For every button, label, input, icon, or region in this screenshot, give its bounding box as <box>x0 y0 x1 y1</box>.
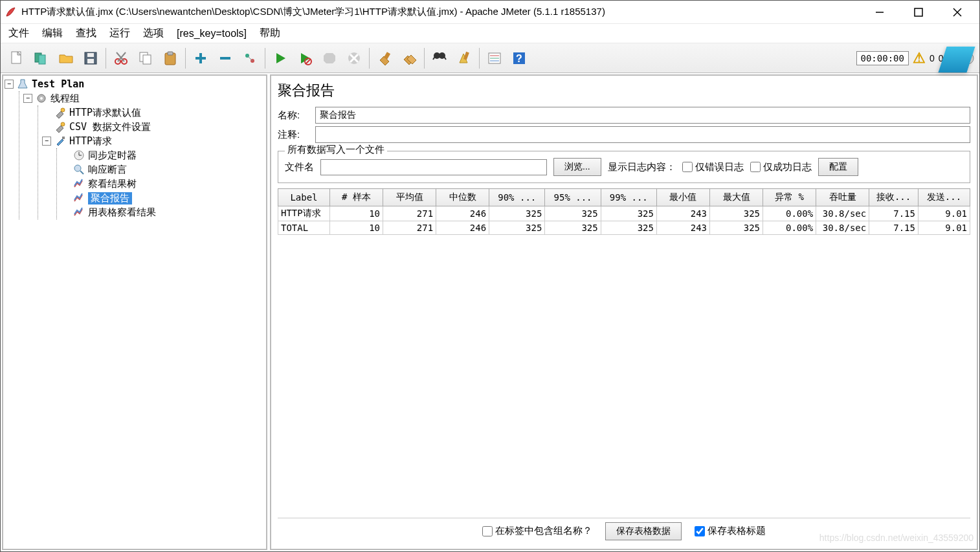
comment-input[interactable] <box>315 126 970 143</box>
include-group-checkbox[interactable]: 在标签中包含组名称？ <box>482 525 592 537</box>
file-legend: 所有数据写入一个文件 <box>285 144 387 156</box>
wrench-icon <box>54 120 67 133</box>
test-plan-tree[interactable]: − Test Plan − 线程组 HTTP请求默认值 <box>2 74 267 550</box>
table-header[interactable]: 90% ... <box>489 189 545 206</box>
function-helper-icon[interactable] <box>484 47 506 69</box>
table-header[interactable]: 99% ... <box>601 189 656 206</box>
tree-http-request[interactable]: −HTTP请求 <box>42 134 265 148</box>
clear-all-icon[interactable] <box>398 47 420 69</box>
templates-icon[interactable] <box>30 47 52 69</box>
svg-point-42 <box>40 97 43 100</box>
menu-run[interactable]: 运行 <box>104 25 135 41</box>
tree-test-plan[interactable]: − Test Plan <box>5 77 265 91</box>
table-header[interactable]: 吞吐量 <box>816 189 869 206</box>
tree-view-results-tree[interactable]: 察看结果树 <box>61 177 265 191</box>
collapse-icon[interactable]: − <box>42 137 51 146</box>
menu-search[interactable]: 查找 <box>71 25 102 41</box>
table-header[interactable]: 发送... <box>918 189 970 206</box>
svg-point-43 <box>61 108 65 112</box>
chart-icon <box>72 177 85 190</box>
table-header[interactable]: # 样本 <box>329 189 383 206</box>
table-header[interactable]: 95% ... <box>545 189 601 206</box>
help-icon[interactable]: ? <box>508 47 530 69</box>
tree-thread-group[interactable]: − 线程组 <box>23 91 265 105</box>
paste-icon[interactable] <box>159 47 181 69</box>
tree-response-assertion[interactable]: 响应断言 <box>61 162 265 177</box>
results-table[interactable]: Label# 样本平均值中位数90% ...95% ...99% ...最小值最… <box>278 188 970 518</box>
reset-search-icon[interactable] <box>453 47 475 69</box>
save-icon[interactable] <box>80 47 102 69</box>
browse-button[interactable]: 浏览... <box>553 158 601 176</box>
tree-table-results[interactable]: 用表格察看结果 <box>61 205 265 219</box>
clock-icon <box>72 149 85 162</box>
tree-http-defaults[interactable]: HTTP请求默认值 <box>42 105 265 120</box>
svg-rect-15 <box>143 55 151 64</box>
file-label: 文件名 <box>285 161 314 173</box>
elapsed-time: 00:00:00 <box>856 51 909 65</box>
table-cell: 325 <box>710 221 763 235</box>
table-header[interactable]: 中位数 <box>436 189 489 206</box>
svg-point-49 <box>74 165 81 171</box>
menu-options[interactable]: 选项 <box>138 25 169 41</box>
collapse-icon[interactable]: − <box>5 80 14 89</box>
beaker-icon <box>16 78 29 91</box>
close-button[interactable] <box>938 1 977 24</box>
table-header[interactable]: 平均值 <box>383 189 436 206</box>
copy-icon[interactable] <box>135 47 157 69</box>
chart-icon <box>72 192 85 204</box>
search-icon[interactable] <box>429 47 451 69</box>
name-input[interactable] <box>315 107 970 124</box>
new-icon[interactable] <box>6 47 28 69</box>
cut-icon[interactable] <box>110 47 132 69</box>
log-content-label: 显示日志内容： <box>608 161 676 173</box>
success-only-checkbox[interactable]: 仅成功日志 <box>750 161 812 173</box>
collapse-icon[interactable] <box>214 47 236 69</box>
clear-icon[interactable] <box>373 47 395 69</box>
menu-file[interactable]: 文件 <box>3 25 34 41</box>
table-row[interactable]: TOTAL102712463253253252433250.00%30.8/se… <box>278 221 970 235</box>
table-header[interactable]: 最大值 <box>710 189 763 206</box>
svg-rect-6 <box>39 55 45 64</box>
save-header-checkbox[interactable]: 保存表格标题 <box>695 525 766 537</box>
warning-count: 0 <box>930 53 935 63</box>
table-cell: 7.15 <box>869 221 919 235</box>
table-cell: 246 <box>436 221 489 235</box>
menu-tools[interactable]: [res_key=tools] <box>172 27 252 41</box>
file-input[interactable] <box>320 159 547 175</box>
open-icon[interactable] <box>55 47 77 69</box>
maximize-button[interactable] <box>899 1 938 24</box>
tree-aggregate-report[interactable]: 聚合报告 <box>61 191 265 205</box>
table-cell: 325 <box>489 206 545 221</box>
table-cell: 10 <box>329 221 383 235</box>
table-header[interactable]: 最小值 <box>656 189 709 206</box>
shutdown-icon[interactable] <box>343 47 365 69</box>
wrench-icon <box>54 106 67 119</box>
errors-only-checkbox[interactable]: 仅错误日志 <box>682 161 744 173</box>
start-icon[interactable] <box>269 47 291 69</box>
toggle-icon[interactable] <box>239 47 261 69</box>
tree-csv-config[interactable]: CSV 数据文件设置 <box>42 120 265 134</box>
configure-button[interactable]: 配置 <box>818 158 858 176</box>
svg-line-50 <box>80 171 84 174</box>
save-table-data-button[interactable]: 保存表格数据 <box>605 522 682 540</box>
table-cell: 0.00% <box>763 221 816 235</box>
table-cell: 7.15 <box>869 206 919 221</box>
table-header[interactable]: 异常 % <box>763 189 816 206</box>
table-header[interactable]: Label <box>278 189 330 206</box>
collapse-icon[interactable]: − <box>23 94 32 103</box>
menu-help[interactable]: 帮助 <box>254 25 285 41</box>
tree-sync-timer[interactable]: 同步定时器 <box>61 148 265 162</box>
svg-rect-8 <box>87 53 94 57</box>
table-row[interactable]: HTTP请求102712463253253252433250.00%30.8/s… <box>278 206 970 221</box>
table-cell: 9.01 <box>918 221 970 235</box>
table-cell: 0.00% <box>763 206 816 221</box>
svg-line-23 <box>247 56 252 61</box>
warning-icon[interactable]: ⚠ <box>913 50 926 67</box>
expand-icon[interactable] <box>190 47 212 69</box>
svg-point-44 <box>61 122 65 126</box>
stop-icon[interactable] <box>318 47 340 69</box>
table-header[interactable]: 接收... <box>869 189 919 206</box>
minimize-button[interactable] <box>860 1 899 24</box>
start-no-timers-icon[interactable] <box>294 47 316 69</box>
menu-edit[interactable]: 编辑 <box>37 25 68 41</box>
